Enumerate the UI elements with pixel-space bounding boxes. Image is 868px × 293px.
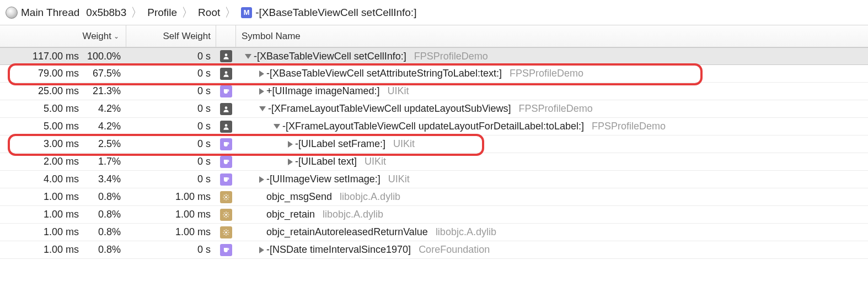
weight-pct: 1.7% bbox=[82, 156, 126, 167]
weight-ms: 79.00 ms bbox=[23, 68, 82, 79]
kind-cell bbox=[216, 118, 236, 135]
self-weight-cell: 0 s bbox=[126, 65, 216, 82]
kind-cell bbox=[216, 83, 236, 100]
weight-ms: 25.00 ms bbox=[23, 85, 82, 97]
disclosure-down-icon[interactable] bbox=[259, 106, 266, 111]
table-row[interactable]: 3.00 ms2.5%0 s-[UILabel setFrame:]UIKit bbox=[0, 135, 868, 153]
table-row[interactable]: 1.00 ms0.8%1.00 msobjc_retainAutorelease… bbox=[0, 224, 868, 241]
table-row[interactable]: 1.00 ms0.8%1.00 msobjc_msgSendlibobjc.A.… bbox=[0, 188, 868, 206]
self-weight-cell: 0 s bbox=[126, 83, 216, 100]
table-row[interactable]: 79.00 ms67.5%0 s-[XBaseTableViewCell set… bbox=[0, 65, 868, 83]
weight-ms: 1.00 ms bbox=[23, 209, 82, 220]
table-row[interactable]: 1.00 ms0.8%0 s-[NSDate timeIntervalSince… bbox=[0, 241, 868, 259]
library-name: FPSProfileDemo bbox=[519, 103, 593, 115]
symbol-cell: -[XBaseTableViewCell setAttributeStringT… bbox=[236, 65, 868, 82]
weight-cell: 117.00 ms100.0% bbox=[0, 48, 126, 64]
symbol-name: -[XBaseTableViewCell setAttributeStringT… bbox=[266, 68, 502, 79]
kind-cell bbox=[216, 135, 236, 153]
table-row[interactable]: 4.00 ms3.4%0 s-[UIImageView setImage:]UI… bbox=[0, 171, 868, 188]
table-row[interactable]: 25.00 ms21.3%0 s+[UIImage imageNamed:]UI… bbox=[0, 83, 868, 100]
weight-pct: 100.0% bbox=[82, 51, 126, 62]
library-name: libobjc.A.dylib bbox=[436, 226, 496, 238]
chevron-right-icon: 〉 bbox=[223, 4, 238, 21]
weight-cell: 2.00 ms1.7% bbox=[0, 153, 126, 170]
disclosure-down-icon[interactable] bbox=[274, 124, 280, 129]
library-name: UIKit bbox=[388, 85, 409, 97]
disclosure-right-icon[interactable] bbox=[288, 159, 293, 165]
weight-pct: 21.3% bbox=[82, 85, 126, 97]
weight-pct: 4.2% bbox=[82, 121, 126, 132]
call-tree: 117.00 ms100.0%0 s-[XBaseTableViewCell s… bbox=[0, 47, 868, 259]
weight-pct: 67.5% bbox=[82, 68, 126, 79]
weight-pct: 0.8% bbox=[82, 244, 126, 256]
weight-ms: 117.00 ms bbox=[23, 51, 82, 62]
symbol-name: -[UILabel setFrame:] bbox=[295, 138, 385, 150]
disclosure-right-icon[interactable] bbox=[288, 141, 293, 148]
self-weight-cell: 0 s bbox=[126, 241, 216, 258]
user-code-icon bbox=[220, 121, 232, 133]
symbol-name: objc_retain bbox=[266, 209, 315, 220]
breadcrumb-current[interactable]: -[XBaseTableViewCell setCellInfo:] bbox=[255, 7, 416, 19]
symbol-cell: -[NSDate timeIntervalSince1970]CoreFound… bbox=[236, 241, 868, 258]
disclosure-right-icon[interactable] bbox=[259, 88, 264, 95]
symbol-name: -[XBaseTableViewCell setCellInfo:] bbox=[254, 51, 406, 62]
self-weight-cell: 1.00 ms bbox=[126, 188, 216, 205]
weight-pct: 4.2% bbox=[82, 103, 126, 115]
chevron-right-icon: 〉 bbox=[180, 4, 195, 21]
symbol-cell: objc_msgSendlibobjc.A.dylib bbox=[236, 188, 868, 205]
kind-cell bbox=[216, 241, 236, 258]
kind-cell bbox=[216, 224, 236, 241]
weight-cell: 5.00 ms4.2% bbox=[0, 118, 126, 135]
weight-pct: 0.8% bbox=[82, 191, 126, 203]
breadcrumb-thread[interactable]: Main Thread bbox=[21, 7, 79, 19]
symbol-name: -[UILabel text] bbox=[295, 156, 357, 167]
symbol-cell: -[XFrameLayoutTableViewCell updateLayout… bbox=[236, 118, 868, 135]
weight-cell: 79.00 ms67.5% bbox=[0, 65, 126, 82]
column-header-weight[interactable]: Weight⌄ bbox=[0, 25, 126, 47]
framework-icon bbox=[220, 138, 232, 150]
table-row[interactable]: 5.00 ms4.2%0 s-[XFrameLayoutTableViewCel… bbox=[0, 100, 868, 118]
weight-ms: 5.00 ms bbox=[23, 103, 82, 115]
disclosure-right-icon[interactable] bbox=[259, 247, 264, 253]
library-name: FPSProfileDemo bbox=[510, 68, 583, 79]
self-weight-cell: 0 s bbox=[126, 48, 216, 64]
column-header-self-weight[interactable]: Self Weight bbox=[126, 25, 216, 47]
weight-ms: 4.00 ms bbox=[23, 173, 82, 185]
kind-cell bbox=[216, 206, 236, 223]
disclosure-down-icon[interactable] bbox=[245, 54, 251, 59]
weight-ms: 1.00 ms bbox=[23, 191, 82, 203]
self-weight-cell: 0 s bbox=[126, 135, 216, 153]
breadcrumb-profile[interactable]: Profile bbox=[147, 7, 177, 19]
weight-ms: 2.00 ms bbox=[23, 156, 82, 167]
framework-icon bbox=[220, 244, 232, 256]
symbol-cell: objc_retainlibobjc.A.dylib bbox=[236, 206, 868, 223]
library-name: FPSProfileDemo bbox=[592, 121, 666, 132]
breadcrumb-root[interactable]: Root bbox=[198, 7, 220, 19]
user-code-icon bbox=[220, 103, 232, 115]
weight-pct: 0.8% bbox=[82, 226, 126, 238]
weight-ms: 5.00 ms bbox=[23, 121, 82, 132]
symbol-cell: -[XFrameLayoutTableViewCell updateLayout… bbox=[236, 100, 868, 117]
user-code-icon bbox=[220, 50, 232, 62]
table-row[interactable]: 117.00 ms100.0%0 s-[XBaseTableViewCell s… bbox=[0, 47, 868, 65]
system-icon bbox=[220, 226, 232, 238]
library-name: libobjc.A.dylib bbox=[323, 209, 383, 220]
system-icon bbox=[220, 209, 232, 221]
symbol-name: +[UIImage imageNamed:] bbox=[266, 85, 380, 97]
disclosure-right-icon[interactable] bbox=[259, 176, 264, 183]
system-icon bbox=[220, 191, 232, 203]
library-name: FPSProfileDemo bbox=[414, 51, 488, 62]
weight-cell: 1.00 ms0.8% bbox=[0, 188, 126, 205]
weight-cell: 25.00 ms21.3% bbox=[0, 83, 126, 100]
kind-cell bbox=[216, 153, 236, 170]
symbol-cell: -[UILabel text]UIKit bbox=[236, 153, 868, 170]
weight-cell: 1.00 ms0.8% bbox=[0, 241, 126, 258]
table-row[interactable]: 5.00 ms4.2%0 s-[XFrameLayoutTableViewCel… bbox=[0, 118, 868, 135]
breadcrumb-thread-addr: 0x5b8b3 bbox=[86, 7, 126, 19]
symbol-name: -[UIImageView setImage:] bbox=[266, 173, 381, 185]
table-row[interactable]: 2.00 ms1.7%0 s-[UILabel text]UIKit bbox=[0, 153, 868, 171]
table-row[interactable]: 1.00 ms0.8%1.00 msobjc_retainlibobjc.A.d… bbox=[0, 206, 868, 224]
disclosure-right-icon[interactable] bbox=[259, 70, 264, 77]
symbol-cell: -[XBaseTableViewCell setCellInfo:]FPSPro… bbox=[236, 48, 868, 64]
column-header-symbol[interactable]: Symbol Name bbox=[236, 25, 868, 47]
